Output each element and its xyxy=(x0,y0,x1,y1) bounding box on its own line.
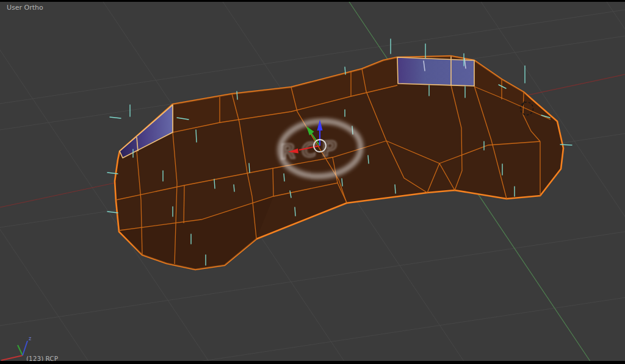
letterbox-bar-top xyxy=(0,0,625,2)
viewport-canvas: RCP z xyxy=(0,0,625,364)
mesh-object[interactable] xyxy=(115,56,563,269)
right-window-strip[interactable] xyxy=(397,57,474,87)
3d-viewport[interactable]: RCP z User Ortho (123) RCP xyxy=(0,0,625,364)
view-name-label: User Ortho xyxy=(7,4,43,12)
watermark-text: RCP xyxy=(280,135,343,164)
letterbox-bar-bottom xyxy=(0,361,625,364)
mini-axis-z-label: z xyxy=(29,336,31,341)
